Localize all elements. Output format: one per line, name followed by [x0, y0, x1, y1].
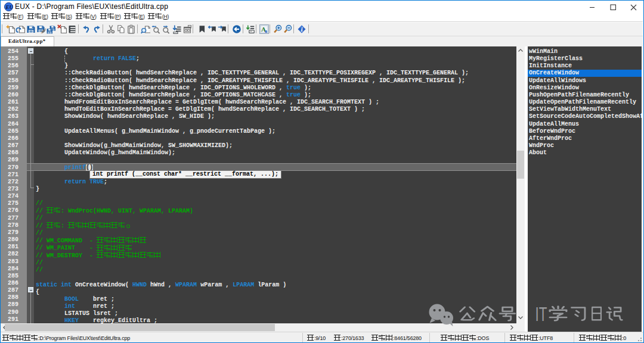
svg-text:i: i	[301, 26, 303, 33]
svg-text:IT: IT	[535, 303, 547, 325]
svg-text:a: a	[265, 29, 267, 34]
svg-text:EU: EU	[5, 4, 13, 10]
